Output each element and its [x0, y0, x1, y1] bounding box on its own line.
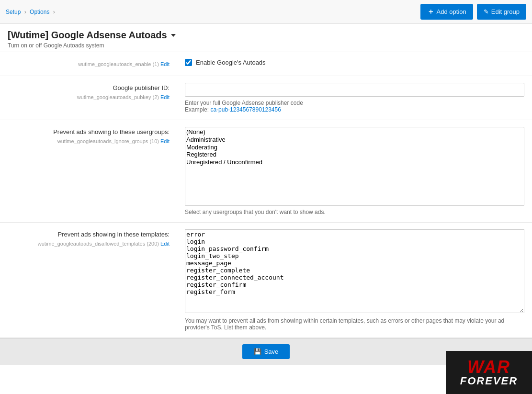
enable-checkbox[interactable]: [185, 59, 192, 66]
top-header: Setup › Options › ＋ Add option ✎ Edit gr…: [0, 0, 532, 24]
templates-meta-text: wutime_googleautoads_disallowed_template…: [38, 241, 159, 247]
usergroups-select[interactable]: (None)AdministrativeModeratingRegistered…: [185, 127, 524, 206]
usergroups-meta-text: wutime_googleautoads_ignore_groups (10): [57, 138, 159, 144]
publisher-id-input[interactable]: [185, 83, 524, 97]
templates-label-meta: wutime_googleautoads_disallowed_template…: [8, 240, 170, 248]
save-button[interactable]: 💾 Save: [242, 344, 290, 359]
save-icon: 💾: [254, 348, 261, 355]
plus-icon: ＋: [427, 7, 434, 16]
breadcrumb-sep2: ›: [53, 9, 55, 15]
usergroups-label-title: Prevent ads showing to these usergroups:: [8, 128, 170, 136]
main-content: wutime_googleautoads_enable (1) Edit Ena…: [0, 52, 532, 338]
edit-group-button[interactable]: ✎ Edit group: [477, 4, 526, 20]
enable-checkbox-row: Enable Google's Autoads: [185, 59, 524, 66]
enable-value-col: Enable Google's Autoads: [177, 52, 532, 73]
usergroups-edit-link[interactable]: Edit: [160, 138, 170, 144]
watermark: WAR FOREVER: [446, 351, 532, 394]
publisher-label-col: Google publisher ID: wutime_googleautoad…: [0, 76, 177, 109]
page-title-text: [Wutime] Google Adsense Autoads: [8, 30, 167, 41]
breadcrumb-setup[interactable]: Setup: [6, 9, 21, 15]
enable-label-col: wutime_googleautoads_enable (1) Edit: [0, 52, 177, 76]
publisher-label-title: Google publisher ID:: [8, 84, 170, 92]
enable-meta: wutime_googleautoads_enable (1) Edit: [8, 61, 170, 68]
publisher-hint-text: Enter your full Google Adsense publisher…: [185, 100, 303, 106]
templates-value-col: You may want to prevent all ads from sho…: [177, 223, 532, 338]
publisher-meta-text: wutime_googleautoads_pubkey (2): [77, 94, 159, 100]
title-dropdown-arrow[interactable]: [171, 34, 176, 37]
option-row-publisher: Google publisher ID: wutime_googleautoad…: [0, 76, 532, 120]
publisher-example-code: ca-pub-1234567890123456: [210, 106, 281, 113]
usergroups-hint: Select any usergroups that you don't wan…: [185, 209, 524, 215]
templates-edit-link[interactable]: Edit: [160, 241, 170, 247]
edit-group-icon: ✎: [484, 8, 489, 15]
publisher-example-text: Example:: [185, 106, 209, 113]
templates-label-col: Prevent ads showing in these templates: …: [0, 223, 177, 255]
usergroups-value-col: (None)AdministrativeModeratingRegistered…: [177, 120, 532, 222]
add-option-button[interactable]: ＋ Add option: [420, 4, 473, 20]
page-subtitle: Turn on or off Google Autoads system: [8, 42, 524, 49]
option-row-usergroups: Prevent ads showing to these usergroups:…: [0, 120, 532, 223]
add-option-label: Add option: [437, 8, 466, 15]
top-buttons: ＋ Add option ✎ Edit group: [420, 4, 526, 20]
publisher-hint: Enter your full Google Adsense publisher…: [185, 100, 524, 113]
option-row-templates: Prevent ads showing in these templates: …: [0, 223, 532, 338]
publisher-label-meta: wutime_googleautoads_pubkey (2) Edit: [8, 94, 170, 101]
enable-meta-text: wutime_googleautoads_enable (1): [78, 61, 159, 67]
publisher-edit-link[interactable]: Edit: [160, 94, 170, 100]
watermark-war: WAR: [467, 359, 510, 376]
breadcrumb-sep1: ›: [24, 9, 26, 15]
save-label: Save: [264, 348, 279, 355]
enable-checkbox-label: Enable Google's Autoads: [196, 59, 266, 66]
enable-edit-link[interactable]: Edit: [160, 61, 170, 67]
watermark-forever: FOREVER: [460, 376, 518, 386]
page-title-bar: [Wutime] Google Adsense Autoads Turn on …: [0, 24, 532, 52]
edit-group-label: Edit group: [491, 8, 520, 15]
templates-textarea[interactable]: [185, 229, 524, 313]
templates-hint: You may want to prevent all ads from sho…: [185, 317, 524, 331]
option-row-enable: wutime_googleautoads_enable (1) Edit Ena…: [0, 52, 532, 76]
breadcrumb: Setup › Options ›: [6, 9, 57, 15]
page-title: [Wutime] Google Adsense Autoads: [8, 30, 524, 41]
usergroups-label-meta: wutime_googleautoads_ignore_groups (10) …: [8, 138, 170, 145]
templates-label-title: Prevent ads showing in these templates:: [8, 230, 170, 239]
publisher-value-col: Enter your full Google Adsense publisher…: [177, 76, 532, 120]
page-wrapper: Setup › Options › ＋ Add option ✎ Edit gr…: [0, 0, 532, 394]
breadcrumb-options[interactable]: Options: [30, 9, 49, 15]
usergroups-label-col: Prevent ads showing to these usergroups:…: [0, 120, 177, 153]
